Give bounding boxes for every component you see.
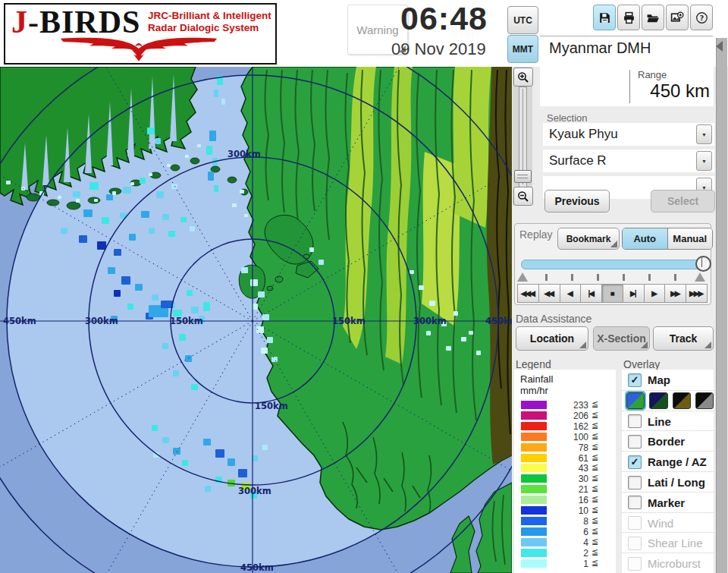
replay-tick [623, 274, 625, 281]
svg-text:150km: 150km [255, 401, 288, 411]
x-section-button[interactable]: X-Section [593, 326, 650, 351]
map-style-swatches [622, 390, 714, 411]
save-icon [598, 11, 611, 24]
range-divider [629, 70, 630, 103]
chevron-down-icon[interactable]: ▼ [696, 151, 712, 171]
border-checkbox[interactable] [628, 435, 642, 449]
map-style-swatch[interactable] [649, 392, 667, 409]
svg-text:450km: 450km [485, 316, 512, 326]
less-equal-symbol: ≦ [592, 473, 598, 483]
zoom-out-icon [517, 190, 529, 203]
legend-value: 4 [549, 537, 588, 548]
track-button[interactable]: Track [653, 326, 714, 351]
marker-checkbox[interactable] [628, 496, 642, 509]
legend-row: 43≦ [514, 464, 616, 473]
playback-button-3[interactable]: |◀ [580, 284, 602, 303]
playback-button-0[interactable]: ◀◀◀ [517, 284, 539, 303]
chevron-down-icon[interactable]: ▼ [696, 124, 712, 144]
overlay-panel: ✓MapLineBorder✓Range / AZLati / LongMark… [622, 370, 714, 573]
collapse-panel-arrow-icon[interactable] [716, 41, 723, 52]
open-folder-button[interactable] [642, 5, 664, 30]
replay-panel: Replay Bookmark Auto Manual ◀◀◀◀◀◀|◀■▶|▶… [514, 223, 711, 305]
add-image-button[interactable] [666, 5, 689, 30]
overlay-item-line: Line [622, 411, 714, 432]
legend-row: 100≦ [514, 433, 616, 442]
shear-line-checkbox [628, 537, 642, 550]
product-dropdown[interactable]: Surface R ▼ [543, 150, 714, 172]
radar-map[interactable]: 450km300km150km150km300km450km300km150km… [0, 67, 512, 573]
overlay-item-microburst: Microburst [622, 553, 714, 573]
overlay-item-label: Shear Line [648, 537, 703, 549]
auto-button[interactable]: Auto [623, 228, 667, 249]
zoom-in-button[interactable] [513, 68, 533, 87]
legend-value: 78 [549, 442, 588, 453]
map-style-swatch[interactable] [673, 392, 691, 409]
save-button[interactable] [593, 5, 616, 30]
playback-button-5[interactable]: ▶| [623, 284, 645, 303]
replay-left-bound-icon[interactable] [517, 272, 528, 282]
site-dropdown-value: Kyauk Phyu [543, 127, 696, 142]
legend-row: 1≦ [514, 559, 616, 568]
legend-color-swatch [521, 496, 547, 504]
print-icon [623, 11, 635, 24]
svg-text:300km: 300km [228, 149, 261, 159]
legend-color-swatch [521, 443, 547, 452]
playback-button-2[interactable]: ◀ [560, 284, 582, 303]
mmt-button[interactable]: MMT [507, 35, 538, 63]
overlay-item-label: Range / AZ [648, 455, 707, 468]
legend-label: Legend [516, 358, 551, 370]
help-icon: ? [695, 11, 708, 24]
clock: 06:48 [400, 0, 499, 41]
line-checkbox[interactable] [628, 414, 642, 428]
svg-text:300km: 300km [85, 316, 118, 326]
map-style-swatch[interactable] [626, 392, 645, 409]
playback-button-1[interactable]: ◀◀ [538, 284, 560, 303]
legend-row: 2≦ [514, 549, 616, 558]
playback-button-8[interactable]: ▶▶▶ [686, 284, 708, 303]
overlay-item-label: Line [648, 415, 671, 428]
rainfall-legend: Rainfall mm/hr 233≦206≦162≦100≦78≦61≦43≦… [514, 370, 616, 573]
playback-button-4[interactable]: ■ [601, 284, 623, 303]
replay-right-bound-icon[interactable] [695, 272, 705, 282]
select-button[interactable]: Select [651, 190, 715, 213]
overlay-item-label: Marker [648, 496, 685, 509]
previous-button[interactable]: Previous [544, 190, 610, 213]
location-button[interactable]: Location [516, 326, 588, 351]
legend-value: 100 [549, 432, 588, 442]
playback-button-7[interactable]: ▶▶ [664, 284, 686, 303]
map-style-swatch[interactable] [695, 392, 714, 409]
station-title: Myanmar DMH [549, 39, 651, 57]
site-dropdown[interactable]: Kyauk Phyu ▼ [543, 123, 714, 146]
legend-color-swatch [521, 517, 547, 525]
replay-label: Replay [519, 228, 553, 241]
right-scrollbar[interactable] [716, 38, 727, 573]
print-button[interactable] [617, 5, 640, 30]
svg-text:150km: 150km [170, 316, 203, 326]
utc-button[interactable]: UTC [507, 6, 538, 34]
zoom-slider-thumb[interactable] [514, 170, 532, 183]
overlay-item-marker: Marker [622, 492, 714, 513]
zoom-out-button[interactable] [513, 187, 533, 206]
map-checkbox[interactable]: ✓ [628, 373, 642, 387]
legend-color-swatch [521, 411, 547, 420]
range-label: Range [638, 69, 667, 80]
playback-button-6[interactable]: ▶ [644, 284, 666, 303]
replay-mode-switch: Auto Manual [622, 228, 713, 250]
overlay-item-border: Border [622, 430, 714, 452]
legend-title: Rainfall [520, 373, 553, 385]
replay-slider-track[interactable] [521, 260, 706, 269]
help-button[interactable]: ? [690, 5, 713, 30]
manual-button[interactable]: Manual [667, 228, 713, 249]
replay-slider-thumb[interactable] [695, 256, 711, 272]
less-equal-symbol: ≦ [592, 420, 598, 430]
less-equal-symbol: ≦ [592, 483, 598, 493]
overlay-item-range-az: ✓Range / AZ [622, 451, 714, 472]
legend-value: 2 [549, 548, 588, 559]
legend-color-swatch [521, 464, 547, 472]
bookmark-button[interactable]: Bookmark [557, 228, 620, 250]
lati-long-checkbox[interactable] [628, 476, 642, 490]
svg-text:450km: 450km [240, 562, 274, 573]
range-az-checkbox[interactable]: ✓ [628, 455, 642, 469]
legend-color-swatch [521, 433, 547, 441]
svg-text:?: ? [699, 14, 704, 22]
